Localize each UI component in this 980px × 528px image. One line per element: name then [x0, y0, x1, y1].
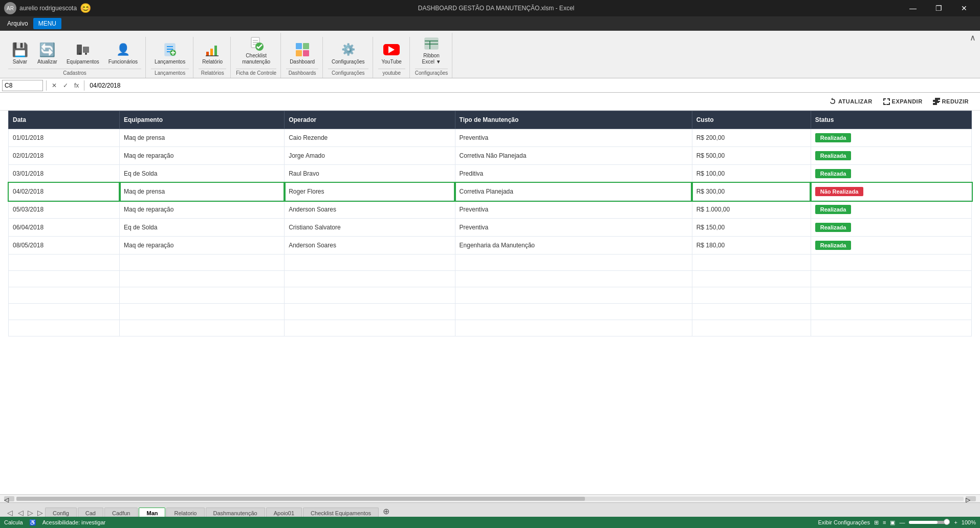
- cell-3-row-2[interactable]: Preditiva: [455, 165, 692, 183]
- cell-1-row-3[interactable]: Maq de prensa: [120, 183, 285, 201]
- scroll-thumb[interactable]: [16, 497, 585, 501]
- menu-menu[interactable]: MENU: [33, 18, 61, 29]
- table-row[interactable]: 04/02/2018Maq de prensaRoger FloresCorre…: [9, 183, 972, 201]
- youtube-button[interactable]: YouTube: [378, 39, 405, 68]
- col-header-status: Status: [811, 111, 971, 129]
- sheet-nav-right[interactable]: ▷: [26, 509, 35, 517]
- table-row[interactable]: 03/01/2018Eq de SoldaRaul BravoPreditiva…: [9, 165, 972, 183]
- status-cell-row-3[interactable]: Não Realizada: [811, 183, 971, 201]
- function-button[interactable]: fx: [72, 81, 81, 90]
- zoom-slider-thumb[interactable]: [944, 519, 950, 525]
- cell-2-row-5[interactable]: Cristiano Salvatore: [285, 219, 455, 237]
- cell-0-row-2[interactable]: 03/01/2018: [9, 165, 120, 183]
- menu-arquivo[interactable]: Arquivo: [2, 18, 33, 29]
- cell-2-row-4[interactable]: Anderson Soares: [285, 201, 455, 219]
- relatorio-icon: [204, 41, 221, 58]
- confirm-formula-button[interactable]: ✓: [61, 81, 70, 90]
- cell-0-row-5[interactable]: 06/04/2018: [9, 219, 120, 237]
- cell-2-row-6[interactable]: Anderson Soares: [285, 237, 455, 255]
- zoom-slider[interactable]: [909, 521, 950, 524]
- cancel-formula-button[interactable]: ✕: [50, 81, 59, 90]
- cell-3-row-5[interactable]: Preventiva: [455, 219, 692, 237]
- cell-1-row-4[interactable]: Maq de reparação: [120, 201, 285, 219]
- configuracoes-button[interactable]: ⚙️ Configurações: [328, 39, 368, 68]
- close-button[interactable]: ✕: [952, 0, 976, 16]
- dashboard-button[interactable]: Dashboard: [286, 39, 318, 68]
- sheet-nav-left[interactable]: ◁: [4, 509, 16, 517]
- horizontal-scrollbar[interactable]: ◁ ▷: [0, 494, 980, 502]
- collapse-ribbon-button[interactable]: ∧: [970, 33, 976, 43]
- configuracoes-label: Configurações: [332, 59, 364, 65]
- user-name: aurelio rodriguescota: [19, 5, 77, 12]
- restore-button[interactable]: ❐: [927, 0, 950, 16]
- table-row[interactable]: 05/03/2018Maq de reparaçãoAnderson Soare…: [9, 201, 972, 219]
- funcionarios-button[interactable]: 👤 Funcionários: [105, 39, 141, 68]
- status-cell-row-4[interactable]: Realizada: [811, 201, 971, 219]
- formula-input[interactable]: [88, 80, 978, 91]
- checklist-button[interactable]: Checklistmanutenção: [238, 33, 274, 68]
- cell-2-row-2[interactable]: Raul Bravo: [285, 165, 455, 183]
- cell-4-row-4[interactable]: R$ 1.000,00: [692, 201, 811, 219]
- cell-1-row-2[interactable]: Eq de Solda: [120, 165, 285, 183]
- relatorio-button[interactable]: Relatório: [199, 39, 226, 68]
- cell-0-row-4[interactable]: 05/03/2018: [9, 201, 120, 219]
- cell-0-row-1[interactable]: 02/01/2018: [9, 147, 120, 165]
- scroll-left-btn[interactable]: ◁: [4, 496, 14, 501]
- zoom-out-button[interactable]: —: [899, 519, 905, 525]
- status-cell-row-2[interactable]: Realizada: [811, 165, 971, 183]
- atualizar-toolbar-button[interactable]: ATUALIZAR: [826, 96, 876, 107]
- table-row[interactable]: 06/04/2018Eq de SoldaCristiano Salvatore…: [9, 219, 972, 237]
- table-row[interactable]: 01/01/2018Maq de prensaCaio RezendePreve…: [9, 129, 972, 147]
- atualizar-label: Atualizar: [37, 59, 57, 65]
- cell-2-row-0[interactable]: Caio Rezende: [285, 129, 455, 147]
- status-cell-row-6[interactable]: Realizada: [811, 237, 971, 255]
- cell-4-row-1[interactable]: R$ 500,00: [692, 147, 811, 165]
- minimize-button[interactable]: —: [901, 0, 925, 16]
- cell-0-row-3[interactable]: 04/02/2018: [9, 183, 120, 201]
- cell-4-row-5[interactable]: R$ 150,00: [692, 219, 811, 237]
- sheet-nav-left2[interactable]: ◁: [16, 509, 26, 517]
- lancamentos-button[interactable]: Lançamentos: [151, 39, 189, 68]
- cell-4-row-0[interactable]: R$ 200,00: [692, 129, 811, 147]
- cell-4-row-3[interactable]: R$ 300,00: [692, 183, 811, 201]
- cell-0-row-0[interactable]: 01/01/2018: [9, 129, 120, 147]
- table-row[interactable]: 02/01/2018Maq de reparaçãoJorge AmadoCor…: [9, 147, 972, 165]
- cell-1-row-0[interactable]: Maq de prensa: [120, 129, 285, 147]
- cell-3-row-3[interactable]: Corretiva Planejada: [455, 183, 692, 201]
- cell-3-row-4[interactable]: Preventiva: [455, 201, 692, 219]
- exibir-configuracoes[interactable]: Exibir Configurações: [818, 519, 870, 525]
- empty-cell: [692, 304, 811, 320]
- col-header-equipamento: Equipamento: [120, 111, 285, 129]
- status-cell-row-5[interactable]: Realizada: [811, 219, 971, 237]
- zoom-in-button[interactable]: +: [954, 519, 957, 525]
- cell-1-row-1[interactable]: Maq de reparação: [120, 147, 285, 165]
- cell-2-row-1[interactable]: Jorge Amado: [285, 147, 455, 165]
- cell-0-row-6[interactable]: 08/05/2018: [9, 237, 120, 255]
- empty-cell: [285, 287, 455, 304]
- status-cell-row-1[interactable]: Realizada: [811, 147, 971, 165]
- ribbon-excel-button[interactable]: RibbonExcel ▼: [419, 33, 445, 68]
- scroll-track[interactable]: [16, 497, 964, 501]
- cell-2-row-3[interactable]: Roger Flores: [285, 183, 455, 201]
- add-sheet-button[interactable]: ⊕: [380, 505, 392, 517]
- svg-rect-13: [214, 46, 217, 56]
- atualizar-button[interactable]: 🔄 Atualizar: [34, 39, 61, 68]
- sheet-nav-right2[interactable]: ▷: [35, 509, 45, 517]
- status-badge: Realizada: [815, 241, 852, 250]
- expandir-toolbar-button[interactable]: EXPANDIR: [880, 96, 926, 107]
- reduzir-toolbar-button[interactable]: REDUZIR: [930, 96, 972, 107]
- cell-3-row-0[interactable]: Preventiva: [455, 129, 692, 147]
- cell-reference-box[interactable]: [2, 80, 43, 91]
- cell-1-row-6[interactable]: Maq de reparação: [120, 237, 285, 255]
- equipamentos-button[interactable]: Equipamentos: [63, 39, 103, 68]
- status-cell-row-0[interactable]: Realizada: [811, 129, 971, 147]
- cell-3-row-6[interactable]: Engenharia da Manutenção: [455, 237, 692, 255]
- salvar-button[interactable]: 💾 Salvar: [8, 39, 32, 68]
- cell-3-row-1[interactable]: Corretiva Não Planejada: [455, 147, 692, 165]
- cell-4-row-6[interactable]: R$ 180,00: [692, 237, 811, 255]
- window-title: DASHBOARD GESTÃO DA MANUTENÇÃO.xlsm - Ex…: [91, 5, 901, 12]
- table-row[interactable]: 08/05/2018Maq de reparaçãoAnderson Soare…: [9, 237, 972, 255]
- cell-1-row-5[interactable]: Eq de Solda: [120, 219, 285, 237]
- scroll-right-btn[interactable]: ▷: [966, 496, 976, 501]
- cell-4-row-2[interactable]: R$ 100,00: [692, 165, 811, 183]
